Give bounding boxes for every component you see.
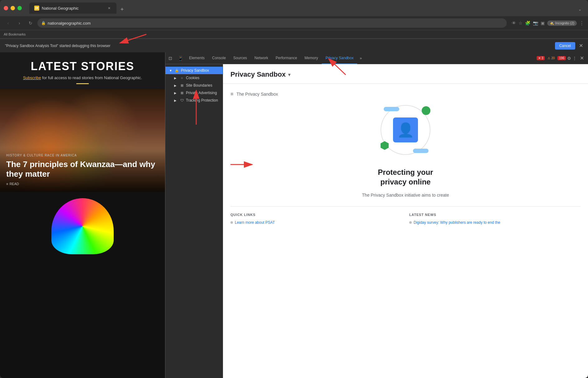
tab-elements[interactable]: Elements [185,52,208,64]
pill-top [384,107,399,111]
forward-button[interactable]: › [15,19,24,27]
tab-privacy-sandbox[interactable]: Privacy Sandbox [322,52,357,64]
illustration-area: 👤 [230,102,581,158]
panel-menu-icon[interactable]: ≡ [230,91,233,97]
cancel-debug-button[interactable]: Cancel [555,42,575,50]
protecting-title: Protecting your privacy online [230,167,581,187]
new-tab-button[interactable]: + [118,5,126,14]
info-count-badge[interactable]: 196 [557,56,566,60]
warning-icon: ⚠ [548,56,550,60]
latest-news-col: LATEST NEWS Digiday survey: Why publishe… [409,213,581,227]
incognito-count: Incognito (2) [555,21,574,25]
second-story-image [0,192,165,261]
devtools-tabs: Elements Console Sources Network Perform… [185,52,537,64]
sidebar-item-cookies[interactable]: ▶ ○ Cookies [165,74,223,82]
tracking-icon[interactable]: 👁 [512,21,516,26]
sidebar-icon[interactable]: ▣ [541,21,545,26]
read-button[interactable]: ≡ READ [6,182,159,186]
url-display: nationalgeographic.com [48,21,503,26]
devtools-device-button[interactable]: 📱 [175,52,185,64]
yellow-divider [76,83,89,84]
extensions-icon[interactable]: 🧩 [525,21,530,26]
privacy-sandbox-title: Privacy Sandbox [230,70,286,79]
panel-title: The Privacy Sandbox [236,92,278,97]
tabs-area: 🗺 National Geographic ✕ + ⌄ [29,2,584,14]
news-dot-icon [409,221,412,224]
sidebar-item-tracking-protection[interactable]: ▶ 🛡 Tracking Protection [165,97,223,104]
lock-icon: 🔒 [41,21,46,25]
info-count: 196 [559,56,564,60]
debug-banner: "Privacy Sandbox Analysis Tool" started … [0,39,588,52]
news-link-text: Digiday survey: Why publishers are ready… [414,220,500,225]
screenshot-icon[interactable]: 📷 [533,21,538,26]
more-tabs-button[interactable]: » [357,56,364,60]
subscribe-link[interactable]: Subscribe [23,75,41,80]
sidebar-item-privacy-sandbox[interactable]: ▼ 🔒 Privacy Sandbox [165,67,223,74]
tab-memory[interactable]: Memory [301,52,322,64]
debug-banner-close-button[interactable]: ✕ [579,43,583,49]
website-panel: LATEST STORIES Subscribe for full access… [0,52,165,378]
tracking-protection-icon: 🛡 [180,98,184,103]
minimize-button[interactable] [11,6,15,10]
bookmark-star-icon[interactable]: ☆ [519,21,523,26]
green-circle [422,106,430,115]
sidebar-item-site-boundaries[interactable]: ▶ ⊞ Site Boundaries [165,82,223,89]
privacy-illustration: 👤 [377,102,434,158]
bookmarks-bar: All Bookmarks [4,32,26,36]
pill-bottom [413,149,429,153]
privacy-sandbox-dropdown-icon[interactable]: ▾ [288,72,291,78]
latest-stories-heading: LATEST STORIES [6,60,159,73]
panel-title-row: ≡ The Privacy Sandbox [230,91,581,97]
devtools-body: ▼ 🔒 Privacy Sandbox ▶ ○ Cookies ▶ [165,64,588,378]
devtools-more-button[interactable]: ⋮ [572,56,577,61]
error-count-badge[interactable]: ✕ 3 [537,56,545,60]
address-right-icons: 👁 ☆ 🧩 📷 ▣ 🕵 Incognito (2) ⋮ [512,20,584,26]
sidebar-item-private-advertising[interactable]: ▶ ⊞ Private Advertising [165,89,223,97]
active-tab[interactable]: 🗺 National Geographic ✕ [29,2,116,14]
devtools-sidebar: ▼ 🔒 Privacy Sandbox ▶ ○ Cookies ▶ [165,64,223,378]
address-input[interactable]: 🔒 nationalgeographic.com [37,18,507,28]
title-bar: 🗺 National Geographic ✕ + ⌄ [0,0,588,16]
debug-message: "Privacy Sandbox Analysis Tool" started … [5,44,551,48]
article-title[interactable]: The 7 principles of Kwanzaa—and why they… [6,160,159,179]
skull-decoration [51,198,114,254]
incognito-badge: 🕵 Incognito (2) [547,21,577,26]
close-button[interactable] [4,6,8,10]
quick-link-psat[interactable]: Learn more about PSAT [230,220,402,225]
error-count: 3 [542,56,543,60]
hero-overlay: HISTORY & CULTURE RACE IN AMERICA The 7 … [0,147,165,192]
devtools-main-content: Privacy Sandbox ▾ ≡ The Privacy Sandbox [223,64,588,378]
warning-count-badge[interactable]: ⚠ 20 [546,56,556,60]
cookies-icon: ○ [180,76,184,80]
devtools-close-button[interactable]: ✕ [578,55,586,62]
address-bar: ‹ › ↻ 🔒 nationalgeographic.com 👁 ☆ 🧩 📷 ▣… [0,16,588,30]
maximize-button[interactable] [17,6,22,10]
tab-console[interactable]: Console [208,52,230,64]
tab-sources[interactable]: Sources [230,52,251,64]
refresh-button[interactable]: ↻ [26,19,35,27]
quick-links-title: QUICK LINKS [230,213,402,217]
article-tags: HISTORY & CULTURE RACE IN AMERICA [6,154,159,157]
tab-performance[interactable]: Performance [272,52,301,64]
devtools-inspect-button[interactable]: ⊡ [165,52,175,64]
privacy-sandbox-icon: 🔒 [175,68,179,73]
devtools-panel: ⊡ 📱 Elements Console Sources Network Per… [165,52,588,378]
description-text: The Privacy Sandbox initiative aims to c… [230,192,581,199]
back-button[interactable]: ‹ [4,19,12,27]
latest-news-link[interactable]: Digiday survey: Why publishers are ready… [409,220,581,225]
quick-link-text: Learn more about PSAT [235,220,275,225]
tab-dropdown-button[interactable]: ⌄ [576,5,584,14]
link-dot-icon [230,221,233,224]
website-header: LATEST STORIES Subscribe for full access… [0,52,165,89]
expand-arrow-icon: ▶ [174,84,178,87]
expand-arrow-icon: ▶ [174,91,178,95]
links-row: QUICK LINKS Learn more about PSAT LATEST… [230,206,581,227]
devtools-right-controls: ✕ 3 ⚠ 20 196 ⚙ ⋮ ✕ [537,55,588,62]
browser-menu-button[interactable]: ⋮ [579,20,584,26]
tab-network[interactable]: Network [251,52,272,64]
tab-close-button[interactable]: ✕ [107,6,111,11]
site-boundaries-icon: ⊞ [180,83,184,88]
privacy-sandbox-content: ≡ The Privacy Sandbox 👤 [223,84,588,235]
devtools-settings-button[interactable]: ⚙ [567,56,571,61]
subscribe-text: Subscribe for full access to read storie… [6,75,159,80]
